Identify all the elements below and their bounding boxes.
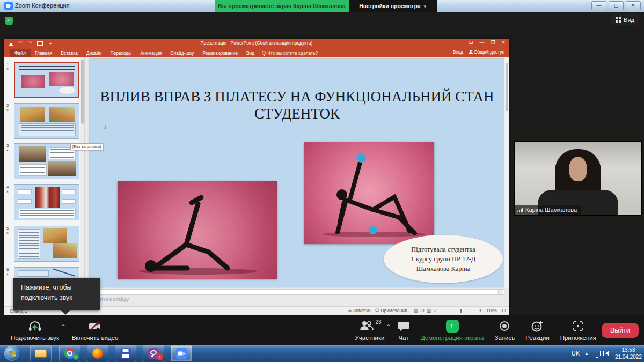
tab-view[interactable]: Вид bbox=[242, 49, 259, 57]
chat-icon bbox=[397, 319, 410, 333]
join-audio-button[interactable]: Подключить звук bbox=[5, 319, 64, 341]
fit-slide-icon[interactable]: ⊡ bbox=[502, 308, 506, 313]
tab-review[interactable]: Рецензирование bbox=[198, 49, 242, 57]
screen-share-banner: Вы просматриваете экран Каріна Шамхалова bbox=[215, 0, 349, 12]
participants-options-caret[interactable]: ⌃ bbox=[385, 324, 392, 329]
leave-button[interactable]: Выйти bbox=[602, 323, 639, 338]
slide-thumbnail-2[interactable]: 2 ✶ bbox=[14, 103, 80, 139]
tab-insert[interactable]: Вставка bbox=[56, 49, 82, 57]
comments-toggle[interactable]: 🗩 Примечания bbox=[375, 308, 407, 313]
share-screen-button[interactable]: Демонстрация экрана bbox=[415, 319, 489, 341]
close-button[interactable]: ✕ bbox=[626, 1, 641, 10]
slide-thumbnail-1[interactable]: 1 ✶ bbox=[14, 62, 80, 98]
chevron-down-icon: ▼ bbox=[423, 4, 427, 9]
undo-icon[interactable]: ↶ bbox=[18, 40, 23, 47]
tab-slideshow[interactable]: Слайд-шоу bbox=[166, 49, 198, 57]
slide-title[interactable]: ВПЛИВ ВПРАВ З ПІЛАТЕСУ НА ФУНКЦІОНАЛЬНИЙ… bbox=[99, 88, 495, 123]
participant-video-tile[interactable]: Каріна Шамхалова bbox=[514, 141, 642, 216]
audio-signal-icon bbox=[517, 208, 523, 212]
vertical-scrollbar[interactable] bbox=[504, 57, 509, 288]
share-button[interactable]: Общий доступ bbox=[469, 49, 504, 55]
pilates-image-right[interactable] bbox=[304, 142, 434, 244]
bubble-line-3: Шамхалова Каріна bbox=[411, 264, 476, 274]
view-layout-button[interactable]: Вид bbox=[611, 14, 639, 25]
hidden-icons-caret[interactable]: ▲ bbox=[584, 351, 589, 356]
tab-design[interactable]: Дизайн bbox=[82, 49, 106, 57]
slide-number: 3 bbox=[6, 143, 9, 148]
reactions-button[interactable]: Реакции bbox=[520, 319, 554, 341]
save-icon[interactable] bbox=[9, 41, 13, 46]
start-button[interactable] bbox=[4, 346, 19, 361]
author-bubble[interactable]: Підготувала студентка 1 курсу групи ПР 1… bbox=[384, 235, 503, 283]
powerpoint-window-title: Презентація - PowerPoint (Сбой активации… bbox=[201, 40, 313, 46]
taskbar-viber[interactable]: 1 bbox=[143, 345, 164, 361]
text-cursor: I bbox=[104, 123, 106, 130]
sign-in-link[interactable]: Вход bbox=[453, 49, 463, 55]
taskbar-save-app[interactable] bbox=[115, 345, 136, 361]
security-shield-icon[interactable] bbox=[5, 17, 13, 25]
zoom-slider[interactable]: –+ bbox=[441, 308, 482, 313]
notes-pane[interactable]: Заметки к слайду bbox=[90, 297, 504, 305]
apps-button[interactable]: Приложения bbox=[555, 319, 602, 341]
language-indicator[interactable]: UK bbox=[572, 350, 580, 357]
network-icon[interactable] bbox=[594, 351, 601, 356]
webcam-image: Каріна Шамхалова bbox=[515, 142, 641, 215]
notes-toggle[interactable]: ≑ Заметки bbox=[348, 308, 371, 313]
taskbar-explorer[interactable] bbox=[30, 345, 52, 361]
taskbar-zoom[interactable] bbox=[171, 345, 192, 361]
speaker-icon[interactable] bbox=[605, 351, 609, 356]
customize-qat-icon[interactable]: ＋ bbox=[48, 40, 53, 47]
horizontal-scrollbar[interactable] bbox=[90, 289, 504, 295]
audio-options-caret[interactable]: ⌃ bbox=[60, 324, 67, 329]
pilates-sideplank-figure bbox=[304, 142, 434, 244]
no-title-tooltip: [Без заголовка] bbox=[70, 143, 103, 150]
zoom-app-icon bbox=[4, 2, 13, 10]
ribbon-options-icon[interactable]: ⊡ bbox=[469, 40, 473, 45]
taskbar-clock[interactable]: 13:58 21.04.2022 bbox=[615, 346, 642, 360]
slide-number: 6 bbox=[6, 267, 9, 272]
tab-file[interactable]: Файл bbox=[10, 49, 31, 57]
tab-home[interactable]: Главная bbox=[31, 49, 56, 57]
tell-me-box[interactable]: Что вы хотите сделать? bbox=[262, 50, 318, 56]
participant-name-tag: Каріна Шамхалова bbox=[515, 205, 581, 215]
record-icon bbox=[500, 321, 509, 331]
start-video-button[interactable]: Включить видео bbox=[67, 319, 124, 341]
view-buttons[interactable]: ▤⊞▥▽ bbox=[412, 308, 437, 313]
person-face bbox=[569, 157, 587, 181]
panel-scrollbar[interactable] bbox=[80, 57, 84, 306]
taskbar-firefox[interactable] bbox=[87, 345, 108, 361]
record-button[interactable]: Запись bbox=[489, 319, 521, 341]
windows-flag-icon bbox=[9, 351, 16, 357]
ribbon-tab-bar: Файл Главная Вставка Дизайн Переходы Ани… bbox=[4, 48, 509, 57]
pp-restore-button[interactable]: ❐ bbox=[491, 40, 495, 45]
maximize-button[interactable]: ▢ bbox=[609, 1, 624, 10]
powerpoint-titlebar: ↶ ↷ ＋ Презентація - PowerPoint (Сбой акт… bbox=[4, 39, 509, 48]
minimize-button[interactable]: — bbox=[591, 1, 606, 10]
tab-animations[interactable]: Анимация bbox=[136, 49, 166, 57]
join-audio-tooltip: Нажмите, чтобы подключить звук bbox=[13, 278, 100, 310]
viber-badge: 1 bbox=[157, 354, 163, 360]
animation-star-icon: ✶ bbox=[6, 149, 9, 153]
chat-button[interactable]: Чат bbox=[392, 319, 415, 341]
bubble-line-2: 1 курсу групи ПР 12-Д bbox=[411, 254, 476, 264]
view-settings-dropdown[interactable]: Настройки просмотра▼ bbox=[349, 0, 437, 12]
pp-minimize-button[interactable]: — bbox=[479, 40, 484, 45]
pp-close-button[interactable]: ✕ bbox=[501, 40, 506, 45]
slide-canvas[interactable]: ВПЛИВ ВПРАВ З ПІЛАТЕСУ НА ФУНКЦІОНАЛЬНИЙ… bbox=[90, 59, 504, 287]
apps-icon bbox=[572, 319, 584, 333]
animation-star-icon: ✶ bbox=[6, 108, 9, 113]
slide-thumbnail-4[interactable]: 4 ✶ bbox=[14, 184, 80, 220]
redo-icon[interactable]: ↷ bbox=[27, 40, 32, 47]
animation-star-icon: ✶ bbox=[6, 272, 9, 277]
slide-thumbnail-panel: 1 ✶ 2 ✶ bbox=[4, 57, 85, 306]
slide-thumbnail-5[interactable]: 5 ✶ bbox=[14, 226, 80, 262]
pilates-bridge-figure bbox=[118, 181, 277, 279]
participants-button[interactable]: 23 Участники bbox=[350, 319, 390, 341]
slideshow-icon[interactable] bbox=[37, 41, 43, 46]
taskbar-chrome[interactable]: S bbox=[59, 345, 80, 361]
grid-icon bbox=[616, 17, 621, 23]
slide-number: 4 bbox=[6, 184, 9, 189]
pilates-image-left[interactable] bbox=[118, 181, 277, 279]
zoom-level[interactable]: 118% bbox=[486, 308, 497, 313]
tab-transitions[interactable]: Переходы bbox=[106, 49, 136, 57]
